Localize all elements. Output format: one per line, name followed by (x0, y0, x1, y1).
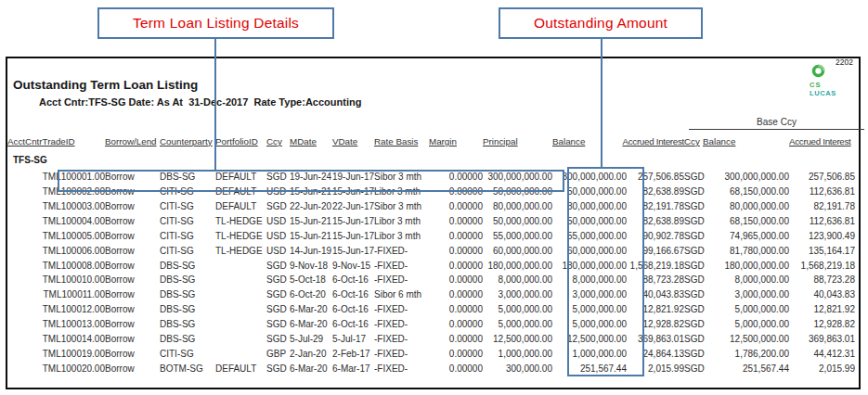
column-header-borrowlend: Borrow/Lend (105, 132, 160, 150)
callout-connector-line-details (214, 39, 216, 170)
table-row: TML100014.00BorrowDBS-SG SGD5-Jul-295-Ju… (7, 331, 855, 346)
column-header-base-accrued-interest: Accrued Interest (789, 132, 855, 150)
column-header-ccy: Ccy (266, 132, 290, 150)
logo-circle-icon (811, 64, 836, 81)
callout-details-label: Term Loan Listing Details (133, 15, 299, 32)
column-header-base-ccy: Ccy (684, 132, 703, 150)
table-row: TML100003.00BorrowCITI-SGDEFAULT SGD22-J… (7, 199, 855, 214)
column-header-row: AcctCntrTradeID Borrow/Lend Counterparty… (7, 132, 855, 150)
column-header-counterparty: Counterparty (160, 132, 215, 150)
column-header-balance: Balance (552, 132, 627, 150)
table-row: TML100008.00BorrowDBS-SG SGD9-Nov-189-No… (7, 258, 855, 273)
table-row: TML100012.00BorrowDBS-SG SGD6-Mar-206-Oc… (7, 302, 855, 317)
table-row: TML100004.00BorrowCITI-SGTL-HEDGE USD15-… (7, 214, 855, 229)
group-row-tfs-sg: TFS-SG (7, 150, 855, 170)
page-number: 2202 (836, 57, 853, 67)
table-row: TML100020.00BorrowBOTM-SGDEFAULT SGD6-Ma… (7, 361, 855, 376)
cs-lucas-logo: CS LUCAS (810, 64, 836, 96)
report-subtitle: Acct Cntr:TFS-SG Date: As At 31-Dec-2017… (39, 96, 361, 108)
column-header-principal: Principal (483, 132, 552, 150)
page: Term Loan Listing Details Outstanding Am… (0, 0, 868, 395)
column-header-mdate: MDate (290, 132, 332, 150)
column-header-portfolioid: PortfolioID (215, 132, 266, 150)
callout-box-details: Term Loan Listing Details (97, 7, 334, 39)
base-ccy-group-header: Base Ccy (689, 117, 864, 130)
logo-text-cs: CS (810, 82, 836, 89)
loan-table: AcctCntrTradeID Borrow/Lend Counterparty… (7, 132, 855, 376)
callout-outstanding-label: Outstanding Amount (534, 15, 667, 32)
logo-text-lucas: LUCAS (810, 90, 836, 97)
callout-connector-line-outstanding (601, 39, 602, 167)
column-header-base-balance: Balance (703, 132, 789, 150)
group-row-label: TFS-SG (7, 150, 855, 170)
highlight-box-balance-column (567, 167, 644, 376)
column-header-rate-basis: Rate Basis (374, 132, 429, 150)
report-title: Outstanding Term Loan Listing (13, 78, 198, 92)
column-header-margin: Margin (429, 132, 483, 150)
table-row: TML100006.00BorrowCITI-SGTL-HEDGE USD14-… (7, 243, 855, 258)
table-row: TML100005.00BorrowCITI-SGTL-HEDGE USD15-… (7, 228, 855, 243)
table-row: TML100013.00BorrowDBS-SG SGD6-Mar-206-Oc… (7, 317, 855, 332)
column-header-accrued-interest: Accrued Interest (627, 132, 684, 150)
highlight-box-first-row (58, 170, 564, 192)
callout-box-outstanding: Outstanding Amount (499, 7, 703, 39)
column-header-vdate: VDate (332, 132, 374, 150)
table-row: TML100011.00BorrowDBS-SG SGD6-Oct-206-Oc… (7, 287, 855, 302)
table-row: TML100019.00BorrowCITI-SG GBP2-Jan-202-F… (7, 346, 855, 361)
column-header-acctcntrtradeid: AcctCntrTradeID (7, 132, 105, 150)
table-row: TML100010.00BorrowDBS-SG SGD5-Oct-186-Oc… (7, 273, 855, 287)
